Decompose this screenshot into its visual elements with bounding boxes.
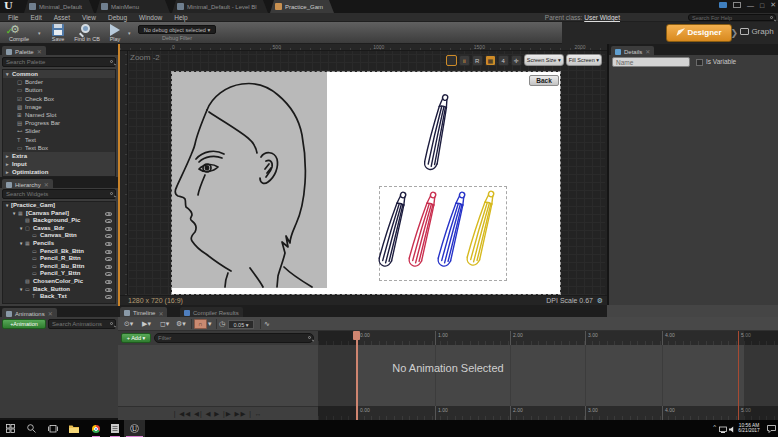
notification-icon[interactable] — [767, 425, 776, 433]
localization-preview-button[interactable]: ii — [459, 55, 470, 66]
minimize-button[interactable]: — — [747, 2, 754, 9]
settings-gear-icon[interactable]: ⚙▾ — [176, 319, 186, 329]
unreal-taskbar-button[interactable]: U — [124, 420, 145, 437]
close-icon[interactable]: ✕ — [48, 310, 53, 317]
widget-name-input[interactable]: Name — [612, 57, 690, 67]
hierarchy-row-background_pic[interactable]: ▨Background_Pic — [3, 217, 115, 225]
hierarchy-row-cavas_bdr[interactable]: ▾▢Cavas_Bdr — [3, 225, 115, 233]
hierarchy-row-back_txt[interactable]: TBack_Txt — [3, 293, 115, 301]
debug-object-dropdown[interactable]: No debug object selected ▾ — [138, 25, 216, 34]
play-options-caret[interactable]: ▾ — [128, 30, 131, 36]
tray-expand-icon[interactable]: ^ — [713, 424, 716, 430]
maximize-button[interactable]: □ — [760, 2, 764, 9]
hierarchy-row-pencils[interactable]: ▾▦Pencils — [3, 240, 115, 248]
app-button[interactable] — [106, 420, 124, 437]
palette-item-slider[interactable]: ⊷Slider — [3, 127, 115, 135]
screen-size-dropdown[interactable]: Screen Size ▾ — [524, 54, 564, 66]
playhead-handle[interactable] — [353, 331, 360, 340]
hierarchy-search-input[interactable]: Search Widgets — [2, 189, 116, 199]
hierarchy-row-back_button[interactable]: ▾▭Back_Button — [3, 286, 115, 294]
hierarchy-row-chosencolor_pic[interactable]: ▨ChosenColor_Pic — [3, 278, 115, 286]
menu-file[interactable]: File — [8, 13, 18, 22]
hierarchy-row-canvas_bttn[interactable]: ▭Canvas_Bttn — [3, 232, 115, 240]
taskbar-clock[interactable]: 10:56 AM6/21/2017 — [733, 423, 765, 435]
key-options-caret[interactable]: ▾ — [208, 319, 212, 329]
hierarchy-row-pencil_r_bttn[interactable]: ▭Pencil_R_Bttn — [3, 255, 115, 263]
palette-item-check-box[interactable]: ☑Check Box — [3, 95, 115, 103]
visibility-eye-icon[interactable] — [105, 250, 112, 254]
stop-options-icon[interactable]: ◻▾ — [160, 319, 169, 329]
palette-item-button[interactable]: ▭Button — [3, 86, 115, 94]
visibility-eye-icon[interactable] — [105, 242, 112, 246]
background-picture[interactable] — [172, 72, 327, 288]
tab-palette[interactable]: Palette✕ — [2, 46, 46, 57]
menu-asset[interactable]: Asset — [54, 13, 70, 22]
close-button[interactable]: ✕ — [770, 1, 776, 9]
fill-screen-dropdown[interactable]: Fill Screen ▾ — [566, 54, 602, 66]
menu-view[interactable]: View — [82, 13, 96, 22]
palette-item-image[interactable]: ▨Image — [3, 103, 115, 111]
compile-button[interactable]: ⚙ ✓ Compile — [2, 23, 36, 43]
file-explorer-button[interactable] — [63, 420, 84, 437]
layout-icon[interactable] — [733, 2, 741, 8]
is-variable-checkbox[interactable] — [696, 59, 703, 66]
canvas-viewport[interactable]: Back — [128, 51, 605, 295]
back-button[interactable]: Back — [529, 75, 559, 86]
hierarchy-row-pencil_bk_bttn[interactable]: ▭Pencil_Bk_Bttn — [3, 248, 115, 256]
palette-section-common[interactable]: ▾Common — [3, 70, 115, 78]
play-button[interactable]: Play — [104, 23, 126, 43]
palette-item-progress-bar[interactable]: ▤Progress Bar — [3, 119, 115, 127]
visibility-eye-icon[interactable] — [105, 280, 112, 284]
palette-section-optimization[interactable]: ▸Optimization — [3, 168, 115, 176]
add-track-button[interactable]: + Add ▾ — [121, 333, 151, 343]
help-search-input[interactable]: Search For Help — [688, 14, 776, 21]
snap-size-button[interactable]: 4 — [498, 55, 509, 66]
visibility-eye-icon[interactable] — [105, 272, 112, 276]
palette-section-input[interactable]: ▸Input — [3, 160, 115, 168]
menu-debug[interactable]: Debug — [108, 13, 127, 22]
graph-button[interactable]: Graph — [738, 24, 776, 42]
end-time-marker[interactable] — [738, 331, 739, 420]
save-button[interactable]: Save — [46, 23, 70, 43]
palette-item-text[interactable]: TText — [3, 136, 115, 144]
visibility-eye-icon[interactable] — [105, 219, 112, 223]
dpi-settings-gear-icon[interactable]: ⚙ — [597, 297, 603, 305]
palette-item-named-slot[interactable]: ⊞Named Slot — [3, 111, 115, 119]
resize-mode-button[interactable]: ✛ — [511, 55, 522, 66]
palette-search-input[interactable]: Search Palette — [2, 57, 116, 67]
flow-direction-button[interactable]: R — [472, 55, 483, 66]
playback-options-icon[interactable]: ▶▾ — [142, 319, 151, 329]
tab-animations[interactable]: Animations✕ — [2, 308, 57, 319]
curve-editor-icon[interactable]: ∿ — [264, 319, 270, 329]
parent-class-link[interactable]: User Widget — [584, 14, 620, 21]
close-icon[interactable]: ✕ — [37, 48, 42, 55]
transport-controls[interactable]: | ◀◀ ◀| ◀ ▶ |▶ ▶▶ | ↔ — [118, 406, 318, 420]
doc-tab-0[interactable]: Minimal_Default — [24, 0, 94, 13]
add-animation-button[interactable]: +Animation — [2, 319, 46, 329]
visibility-eye-icon[interactable] — [105, 212, 112, 216]
palette-section-extra[interactable]: ▸Extra — [3, 152, 115, 160]
visibility-eye-icon[interactable] — [105, 234, 112, 238]
grid-snap-button[interactable]: ▦ — [485, 55, 496, 66]
task-view-button[interactable] — [42, 420, 63, 437]
start-button[interactable] — [0, 420, 21, 437]
widget-canvas[interactable]: Back — [172, 72, 560, 294]
snap-time-icon[interactable]: ◷ — [219, 319, 225, 329]
menu-edit[interactable]: Edit — [30, 13, 41, 22]
close-icon[interactable]: ✕ — [645, 48, 650, 55]
hierarchy-row-pencil_y_bttn[interactable]: ▭Pencil_Y_Bttn — [3, 270, 115, 278]
hierarchy-row-practice_gam[interactable]: ▾[Practice_Gam] — [3, 202, 115, 210]
visibility-eye-icon[interactable] — [105, 288, 112, 292]
playhead[interactable] — [356, 331, 358, 420]
doc-tab-1[interactable]: MainMenu — [96, 0, 170, 13]
visibility-eye-icon[interactable] — [105, 257, 112, 261]
feedback-icon[interactable] — [719, 2, 727, 8]
timeline-filter-input[interactable]: Filter — [154, 333, 314, 343]
view-options-icon[interactable]: ⊙▾ — [124, 319, 133, 329]
menu-help[interactable]: Help — [174, 13, 187, 22]
chrome-button[interactable] — [85, 420, 106, 437]
animations-search-input[interactable]: Search Animations — [48, 319, 116, 329]
timeline-ruler-top[interactable]: 0.001.002.003.004.005.00 — [318, 331, 778, 345]
doc-tab-3[interactable]: Practice_Gam — [270, 0, 334, 13]
close-icon[interactable]: ✕ — [158, 310, 163, 317]
